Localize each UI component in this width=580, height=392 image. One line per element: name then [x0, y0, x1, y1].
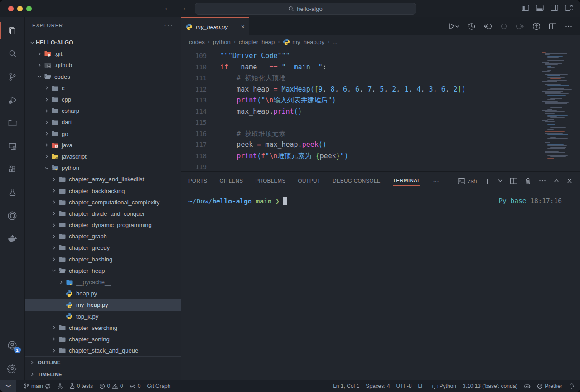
- outline-section[interactable]: OUTLINE: [25, 356, 181, 368]
- activity-item-docker[interactable]: [0, 227, 25, 250]
- breadcrumb-item[interactable]: codes: [189, 39, 205, 45]
- previous-change-icon[interactable]: [483, 22, 493, 30]
- next-change-icon[interactable]: [515, 22, 524, 30]
- breadcrumb-item[interactable]: ...: [333, 39, 338, 45]
- tree-item--github[interactable]: .github: [25, 59, 181, 71]
- breadcrumb-item[interactable]: chapter_heap: [239, 39, 275, 45]
- activity-item-testing[interactable]: [0, 181, 25, 204]
- tree-item-hello-algo[interactable]: HELLO-ALGO: [25, 37, 181, 48]
- activity-item-extensions[interactable]: [0, 158, 25, 181]
- panel-tab-debug-console[interactable]: DEBUG CONSOLE: [333, 176, 381, 185]
- statusbar-remote-indicator[interactable]: ><: [0, 380, 16, 392]
- tree-item-c[interactable]: c: [25, 82, 181, 94]
- tab-my-heap-py[interactable]: my_heap.py ×: [181, 17, 249, 35]
- statusbar-tests-status[interactable]: 0 tests: [69, 383, 93, 389]
- launch-profile[interactable]: [498, 178, 503, 184]
- activity-item-settings[interactable]: [0, 357, 25, 380]
- statusbar-copilot[interactable]: [524, 383, 531, 389]
- maximize-panel[interactable]: [553, 178, 560, 184]
- statusbar-language-mode[interactable]: { }Python: [431, 383, 456, 389]
- statusbar-indentation[interactable]: Spaces: 4: [366, 383, 390, 389]
- activity-item-search[interactable]: [0, 42, 25, 65]
- command-center-search[interactable]: hello-algo: [195, 3, 416, 15]
- tree-item-go[interactable]: go: [25, 128, 181, 140]
- panel-more-tabs-icon[interactable]: ⋯: [433, 175, 440, 186]
- statusbar-branch-status[interactable]: main: [24, 383, 51, 389]
- tree-item-dart[interactable]: dart: [25, 116, 181, 128]
- tree-item-chapter-sorting[interactable]: chapter_sorting: [25, 334, 181, 345]
- tree-item--git[interactable]: .git: [25, 48, 181, 59]
- activity-item-source-control[interactable]: [0, 65, 25, 88]
- tree-item-chapter-graph[interactable]: chapter_graph: [25, 231, 181, 242]
- navigate-back-icon[interactable]: ←: [164, 4, 171, 12]
- tree-item-chapter-dynamic-programming[interactable]: chapter_dynamic_programming: [25, 219, 181, 231]
- statusbar-notifications[interactable]: [569, 383, 575, 389]
- activity-item-accounts[interactable]: 1: [0, 334, 25, 357]
- activity-item-github[interactable]: [0, 204, 25, 227]
- minimize-window-button[interactable]: [17, 6, 23, 11]
- breadcrumb-item[interactable]: my_heap.py: [283, 38, 324, 45]
- timeline-section[interactable]: TIMELINE: [25, 368, 181, 380]
- layout-sidebar-left-icon[interactable]: [522, 5, 529, 11]
- tree-item-cpp[interactable]: cpp: [25, 94, 181, 105]
- tree-item-python[interactable]: python: [25, 162, 181, 174]
- activity-item-remote-explorer[interactable]: [0, 135, 25, 158]
- tree-item-chapter-heap[interactable]: chapter_heap: [25, 265, 181, 276]
- breadcrumb-item[interactable]: python: [213, 39, 231, 45]
- tree-item-heap-py[interactable]: heap.py: [25, 288, 181, 299]
- tree-item-java[interactable]: java: [25, 140, 181, 151]
- statusbar-problems-status[interactable]: 00: [99, 383, 123, 389]
- statusbar-ports-status[interactable]: 0: [130, 383, 141, 389]
- zoom-window-button[interactable]: [26, 6, 32, 11]
- tree-item-chapter-hashing[interactable]: chapter_hashing: [25, 254, 181, 265]
- kill-terminal[interactable]: [525, 177, 532, 184]
- tree-item-chapter-computational-complexity[interactable]: chapter_computational_complexity: [25, 197, 181, 208]
- statusbar-git-graph-button[interactable]: [57, 383, 63, 389]
- statusbar-encoding[interactable]: UTF-8: [396, 383, 412, 389]
- panel-tab-gitlens[interactable]: GITLENS: [219, 176, 243, 185]
- close-panel[interactable]: [566, 178, 573, 184]
- close-tab-icon[interactable]: ×: [241, 23, 245, 30]
- statusbar-python-interpreter[interactable]: 3.10.13 ('base': conda): [463, 383, 517, 389]
- minimap[interactable]: [542, 52, 573, 160]
- statusbar-cursor-position[interactable]: Ln 1, Col 1: [333, 383, 359, 389]
- panel-tab-output[interactable]: OUTPUT: [298, 176, 321, 185]
- statusbar-git-graph-label[interactable]: Git Graph: [147, 383, 170, 389]
- terminal[interactable]: ~/Dow/hello-algo main ❯ Py base 18:17:16: [181, 190, 580, 380]
- split-terminal[interactable]: [510, 177, 518, 184]
- layout-panel-icon[interactable]: [536, 5, 544, 11]
- shell-selector[interactable]: zsh: [458, 178, 477, 184]
- explorer-more-actions-icon[interactable]: ···: [164, 21, 174, 29]
- tree-item-chapter-backtracking[interactable]: chapter_backtracking: [25, 185, 181, 196]
- tree-item-javascript[interactable]: JSjavascript: [25, 151, 181, 162]
- more-terminal-actions[interactable]: [538, 177, 546, 184]
- navigate-forward-icon[interactable]: →: [179, 4, 187, 12]
- tree-item-top-k-py[interactable]: top_k.py: [25, 311, 181, 322]
- gitlens-graph-icon[interactable]: [532, 22, 541, 31]
- split-editor-icon[interactable]: [549, 23, 557, 30]
- change-indicator-icon[interactable]: [500, 22, 508, 30]
- run-python-file-icon[interactable]: [448, 22, 459, 30]
- customize-layout-icon[interactable]: [565, 5, 573, 11]
- tree-item-my-heap-py[interactable]: my_heap.py: [25, 299, 181, 310]
- tree-item-chapter-stack-and-queue[interactable]: chapter_stack_and_queue: [25, 345, 181, 356]
- tree-item-codes[interactable]: codes: [25, 71, 181, 82]
- statusbar-prettier[interactable]: Prettier: [537, 383, 562, 389]
- panel-tab-terminal[interactable]: TERMINAL: [393, 176, 420, 186]
- tree-item--pycache-[interactable]: __pycache__: [25, 276, 181, 288]
- activity-item-run-and-debug[interactable]: [0, 88, 25, 111]
- code-editor[interactable]: 109"""Driver Code"""110if __name__ == "_…: [181, 48, 580, 171]
- tree-item-chapter-array-and-linkedlist[interactable]: chapter_array_and_linkedlist: [25, 174, 181, 185]
- more-actions-icon[interactable]: [565, 23, 573, 30]
- tree-item-chapter-divide-and-conquer[interactable]: chapter_divide_and_conquer: [25, 208, 181, 219]
- tree-item-chapter-greedy[interactable]: chapter_greedy: [25, 242, 181, 253]
- new-terminal[interactable]: [484, 178, 491, 184]
- activity-item-explorer[interactable]: [0, 19, 25, 42]
- tree-item-chapter-searching[interactable]: chapter_searching: [25, 322, 181, 334]
- panel-tab-ports[interactable]: PORTS: [188, 176, 207, 185]
- statusbar-eol[interactable]: LF: [418, 383, 425, 389]
- activity-item-project-folder[interactable]: [0, 111, 25, 135]
- timeline-history-icon[interactable]: [467, 22, 476, 31]
- close-window-button[interactable]: [8, 6, 14, 11]
- tree-item-csharp[interactable]: csharp: [25, 105, 181, 116]
